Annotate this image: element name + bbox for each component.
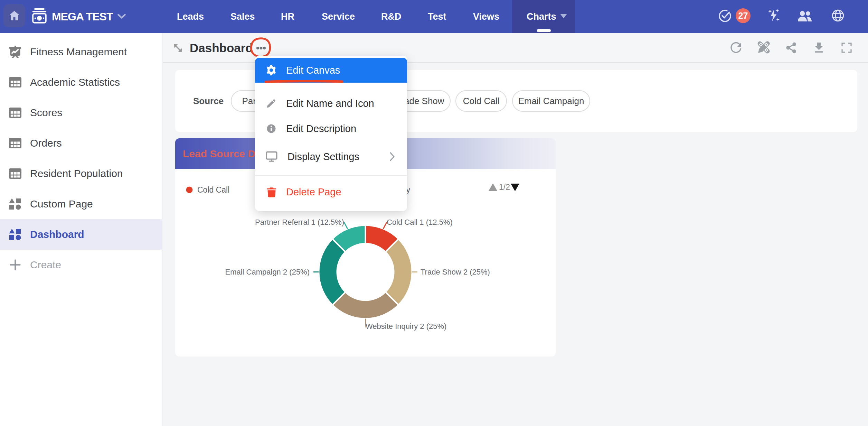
svg-text:Trade Show 2 (25%): Trade Show 2 (25%)	[421, 268, 490, 276]
svg-text:1/2: 1/2	[499, 183, 510, 192]
svg-text:Partner Referral 1 (12.5%): Partner Referral 1 (12.5%)	[255, 218, 344, 226]
svg-text:Website Inquiry 2 (25%): Website Inquiry 2 (25%)	[366, 322, 446, 331]
svg-text:Cold Call: Cold Call	[197, 185, 229, 194]
svg-text:Email Campaign 2 (25%): Email Campaign 2 (25%)	[225, 268, 310, 276]
svg-text:Cold Call 1 (12.5%): Cold Call 1 (12.5%)	[387, 218, 453, 226]
